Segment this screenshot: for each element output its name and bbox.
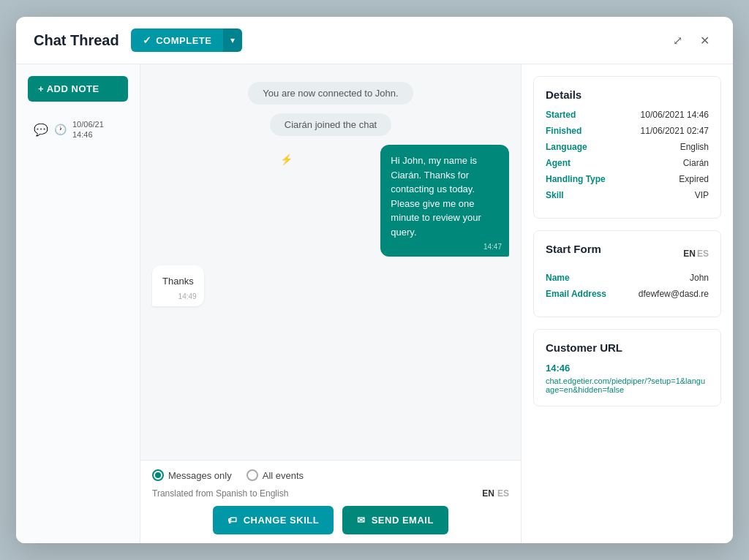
chat-footer: Messages only All events Translated from…: [140, 460, 521, 543]
customer-url-time: 14:46: [546, 363, 709, 374]
chat-icon: 💬: [34, 123, 48, 137]
all-events-radio[interactable]: [246, 469, 258, 481]
messages-only-option[interactable]: Messages only: [152, 469, 232, 481]
messages-only-radio[interactable]: [152, 469, 164, 481]
system-message-1: You are now connected to John.: [248, 82, 413, 105]
agent-row: Agent Ciarán: [546, 158, 709, 168]
finished-label: Finished: [546, 126, 611, 136]
email-icon: ✉: [357, 515, 366, 526]
language-toggle: EN ES: [482, 488, 509, 499]
expand-icon: ⤢: [673, 34, 682, 47]
finished-row: Finished 11/06/2021 02:47: [546, 126, 709, 136]
clock-icon: 🕐: [54, 124, 67, 135]
skill-value: VIP: [695, 190, 709, 200]
agent-message-time: 14:47: [483, 241, 502, 252]
lang-es[interactable]: ES: [497, 488, 509, 499]
messages-only-label: Messages only: [168, 470, 232, 481]
header-right: ⤢ ✕: [667, 31, 715, 50]
chat-thread-modal: Chat Thread ✓ COMPLETE ▾ ⤢ ✕ + ADD: [16, 17, 733, 543]
modal-body: + ADD NOTE 💬 🕐 10/06/21 14:46 You are no…: [16, 64, 733, 543]
all-events-label: All events: [263, 470, 304, 481]
translation-row: Translated from Spanish to English EN ES: [152, 488, 509, 499]
agent-label: Agent: [546, 158, 611, 168]
email-row: Email Address dfewfew@dasd.re: [546, 289, 709, 299]
send-email-button[interactable]: ✉ SEND EMAIL: [342, 506, 448, 534]
handling-type-label: Handling Type: [546, 174, 611, 184]
email-label: Email Address: [546, 289, 611, 299]
lang-en[interactable]: EN: [482, 488, 494, 499]
send-email-label: SEND EMAIL: [372, 515, 434, 526]
language-value: English: [680, 142, 709, 152]
details-card: Details Started 10/06/2021 14:46 Finishe…: [533, 76, 721, 219]
tag-icon: 🏷: [227, 515, 238, 526]
language-row: Language English: [546, 142, 709, 152]
close-button[interactable]: ✕: [694, 31, 715, 50]
complete-btn-group: ✓ COMPLETE ▾: [131, 29, 243, 52]
finished-value: 11/06/2021 02:47: [641, 126, 709, 136]
agent-value: Ciarán: [683, 158, 709, 168]
started-label: Started: [546, 110, 611, 120]
change-skill-label: CHANGE SKILL: [244, 515, 320, 526]
start-form-header: Start Form EN ES: [546, 243, 709, 264]
customer-url-link[interactable]: chat.edgetier.com/piedpiper/?setup=1&lan…: [546, 377, 709, 394]
customer-url-title: Customer URL: [546, 341, 709, 354]
header-left: Chat Thread ✓ COMPLETE ▾: [34, 29, 242, 52]
started-row: Started 10/06/2021 14:46: [546, 110, 709, 120]
translation-label: Translated from Spanish to English: [152, 488, 288, 499]
sidebar: + ADD NOTE 💬 🕐 10/06/21 14:46: [16, 64, 140, 543]
close-icon: ✕: [700, 34, 710, 47]
expand-button[interactable]: ⤢: [667, 31, 688, 50]
all-events-option[interactable]: All events: [246, 469, 304, 481]
name-value: John: [690, 273, 709, 283]
start-form-lang-toggle: EN ES: [683, 249, 709, 259]
modal-title: Chat Thread: [34, 32, 119, 49]
change-skill-button[interactable]: 🏷 CHANGE SKILL: [213, 506, 334, 534]
sidebar-item-date: 10/06/21 14:46: [72, 119, 104, 140]
modal-header: Chat Thread ✓ COMPLETE ▾ ⤢ ✕: [16, 17, 733, 64]
details-title: Details: [546, 88, 709, 101]
check-icon: ✓: [143, 34, 152, 46]
system-message-2: Ciarán joined the chat: [270, 113, 391, 136]
email-value: dfewfew@dasd.re: [639, 289, 709, 299]
complete-label: COMPLETE: [156, 35, 211, 46]
language-label: Language: [546, 142, 611, 152]
lightning-icon: ⚡: [280, 154, 293, 165]
name-row: Name John: [546, 273, 709, 283]
agent-message-container: ⚡ Hi John, my name is Ciarán. Thanks for…: [295, 145, 509, 257]
complete-button[interactable]: ✓ COMPLETE: [131, 29, 224, 52]
chat-messages: You are now connected to John. Ciarán jo…: [140, 64, 521, 460]
agent-message: Hi John, my name is Ciarán. Thanks for c…: [380, 145, 509, 257]
customer-url-card: Customer URL 14:46 chat.edgetier.com/pie…: [533, 329, 721, 406]
handling-type-value: Expired: [679, 174, 709, 184]
action-buttons: 🏷 CHANGE SKILL ✉ SEND EMAIL: [152, 506, 509, 534]
chevron-down-icon: ▾: [230, 35, 235, 45]
started-value: 10/06/2021 14:46: [641, 110, 709, 120]
start-form-title: Start Form: [546, 243, 601, 255]
handling-type-row: Handling Type Expired: [546, 174, 709, 184]
complete-dropdown-arrow[interactable]: ▾: [223, 29, 242, 52]
right-panel: Details Started 10/06/2021 14:46 Finishe…: [521, 64, 733, 543]
start-form-card: Start Form EN ES Name John Email Address…: [533, 230, 721, 317]
start-form-lang-es[interactable]: ES: [697, 249, 709, 259]
user-message: Thanks 14:49: [152, 265, 204, 306]
name-label: Name: [546, 273, 611, 283]
skill-label: Skill: [546, 190, 611, 200]
sidebar-chat-item[interactable]: 💬 🕐 10/06/21 14:46: [28, 113, 128, 146]
add-note-button[interactable]: + ADD NOTE: [28, 76, 128, 102]
skill-row: Skill VIP: [546, 190, 709, 200]
filter-row: Messages only All events: [152, 469, 509, 481]
chat-area: You are now connected to John. Ciarán jo…: [140, 64, 521, 543]
user-message-time: 14:49: [178, 291, 197, 302]
start-form-lang-en[interactable]: EN: [683, 249, 696, 259]
